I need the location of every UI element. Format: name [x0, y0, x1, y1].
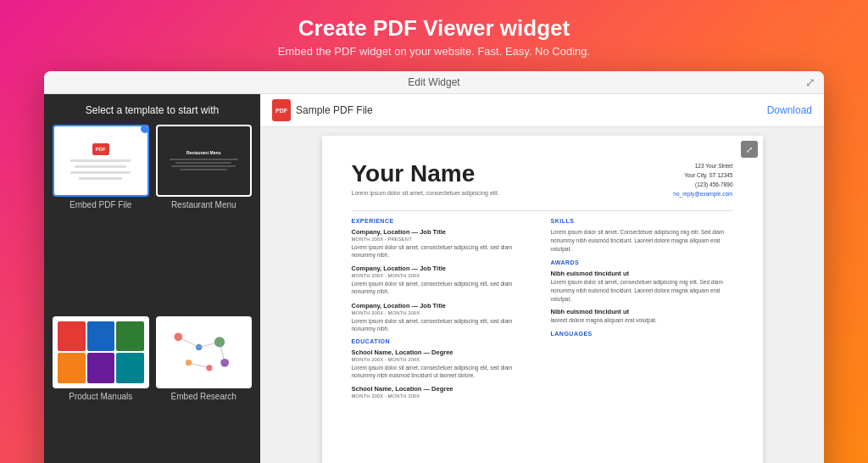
template-item-embed-pdf[interactable]: PDF Embed PDF File — [53, 125, 149, 310]
left-panel: Select a template to start with PDF Embe… — [44, 94, 260, 463]
job-3-desc: Lorem ipsum dolor sit amet, consectetuer… — [352, 317, 534, 332]
pdf-toolbar: PDF Sample PDF File Download — [260, 94, 824, 127]
pdf-page: ⤢ Your Name Lorem ipsum dolor sit amet, … — [322, 136, 763, 463]
pdf-filename: Sample PDF File — [296, 104, 373, 116]
template-thumb-embed-research[interactable] — [156, 316, 253, 388]
skills-text: Lorem ipsum dolor sit amet. Consectetuer… — [551, 228, 733, 253]
resume-phone: (123) 456-7890 — [673, 180, 732, 189]
window-expand-button[interactable]: ⤢ — [805, 75, 815, 89]
school-1-desc: Lorem ipsum dolor sit amet, consectetuer… — [352, 364, 534, 379]
job-3-title: Company, Location — Job Title — [352, 302, 534, 310]
school-1-title: School Name, Location — Degree — [352, 349, 534, 356]
job-3-date: MONTH 200X - MONTH 200X — [352, 310, 534, 315]
right-panel: PDF Sample PDF File Download ⤢ Your Name… — [260, 94, 824, 463]
resume-tagline: Lorem ipsum dolor sit amet, consectetuer… — [352, 190, 499, 196]
education-label: EDUCATION — [352, 338, 534, 344]
resume-contact: 123 Your Street Your City, ST 12345 (123… — [673, 161, 732, 198]
job-1-desc: Lorem ipsum dolor sit amet, consectetuer… — [352, 243, 534, 259]
template-item-restaurant-menu[interactable]: Restaurant Menu Restaurant Menu — [156, 125, 253, 310]
resume-name: Your Name — [352, 161, 499, 187]
svg-line-8 — [188, 362, 209, 367]
experience-label: EXPERIENCE — [352, 218, 534, 224]
template-name-product-manuals: Product Manuals — [69, 392, 132, 401]
resume-email: no_reply@example.com — [673, 189, 732, 198]
svg-line-6 — [178, 337, 198, 347]
window-body: Select a template to start with PDF Embe… — [44, 94, 824, 463]
award-2-title: Nibh euismod tincidunt ut — [551, 308, 733, 315]
template-name-embed-research: Embed Research — [171, 392, 236, 401]
template-thumb-embed-pdf[interactable]: PDF — [53, 125, 149, 197]
pdf-file-info: PDF Sample PDF File — [272, 99, 373, 121]
award-1-desc: Lorem ipsum dolor sit amet, consectetuer… — [551, 278, 733, 303]
template-name-embed-pdf: Embed PDF File — [70, 200, 131, 209]
pdf-viewer-area[interactable]: ⤢ Your Name Lorem ipsum dolor sit amet, … — [260, 127, 824, 463]
job-2-title: Company, Location — Job Title — [352, 265, 534, 272]
template-grid: PDF Embed PDF File Restaurant Menu — [53, 125, 252, 463]
resume-address: 123 Your Street — [673, 161, 732, 170]
template-thumb-restaurant-menu[interactable]: Restaurant Menu — [156, 125, 253, 197]
widget-window: Edit Widget ⤢ Select a template to start… — [44, 71, 824, 463]
template-thumb-product-manuals[interactable] — [53, 316, 149, 388]
window-titlebar: Edit Widget ⤢ — [44, 71, 824, 94]
award-2-desc: laoreet dolore magna aliquam erat volutp… — [551, 316, 733, 325]
school-2-date: MONTH 200X - MONTH 200X — [352, 393, 534, 399]
pdf-download-button[interactable]: Download — [767, 104, 812, 116]
resume-columns: EXPERIENCE Company, Location — Job Title… — [352, 218, 733, 400]
resume-header: Your Name Lorem ipsum dolor sit amet, co… — [352, 161, 733, 198]
page-header: Create PDF Viewer widget Embed the PDF w… — [278, 15, 590, 58]
school-2-title: School Name, Location — Degree — [352, 385, 534, 393]
template-name-restaurant-menu: Restaurant Menu — [171, 200, 236, 209]
pdf-icon: PDF — [272, 99, 291, 121]
window-title: Edit Widget — [408, 76, 459, 88]
resume-divider — [352, 210, 733, 211]
job-2-desc: Lorem ipsum dolor sit amet, consectetuer… — [352, 280, 534, 295]
job-2-date: MONTH 200X - MONTH 200X — [352, 273, 534, 278]
skills-label: SKILLS — [551, 218, 733, 224]
languages-label: LANGUAGES — [551, 331, 733, 337]
resume-right-column: SKILLS Lorem ipsum dolor sit amet. Conse… — [551, 218, 733, 400]
job-1-title: Company, Location — Job Title — [352, 228, 534, 236]
template-item-embed-research[interactable]: Embed Research — [156, 316, 253, 463]
pdf-expand-icon[interactable]: ⤢ — [741, 141, 758, 158]
page-subtitle: Embed the PDF widget on your website. Fa… — [278, 45, 590, 58]
award-1-title: Nibh euismod tincidunt ut — [551, 270, 733, 277]
page-title: Create PDF Viewer widget — [278, 15, 590, 42]
select-template-label: Select a template to start with — [53, 104, 252, 116]
job-1-date: MONTH 200X - PRESENT — [352, 237, 534, 242]
school-1-date: MONTH 200X - MONTH 200X — [352, 357, 534, 362]
resume-city: Your City, ST 12345 — [673, 170, 732, 180]
resume-left-column: EXPERIENCE Company, Location — Job Title… — [352, 218, 534, 400]
template-item-product-manuals[interactable]: Product Manuals — [53, 316, 149, 463]
awards-label: AWARDS — [551, 259, 733, 265]
